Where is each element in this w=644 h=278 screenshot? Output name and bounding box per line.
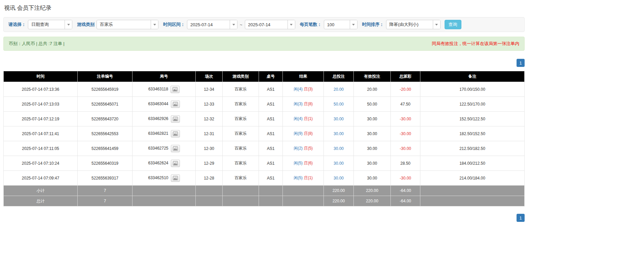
col-payout: 总派彩 — [391, 71, 420, 82]
chevron-down-icon[interactable] — [350, 20, 357, 29]
sort-value: 降幂(由大到小) — [386, 20, 433, 29]
page-title: 视讯 会员下注纪录 — [3, 3, 525, 17]
sort-label: 时间排序： — [362, 22, 384, 28]
sort-select[interactable]: 降幂(由大到小) — [386, 20, 441, 29]
cell-time: 2025-07-14 07:10:24 — [4, 156, 78, 171]
total-valid-bet: 220.00 — [354, 196, 391, 206]
total-bet-link[interactable]: 30.00 — [334, 131, 344, 136]
page-button-1[interactable]: 1 — [517, 214, 525, 222]
empty-cell — [196, 196, 223, 206]
cell-payout: -30.00 — [391, 112, 420, 126]
col-remark: 备注 — [420, 71, 525, 82]
total-bet-link[interactable]: 30.00 — [334, 117, 344, 121]
cell-payout: -30.00 — [391, 126, 420, 141]
page-button-1[interactable]: 1 — [517, 59, 525, 67]
result-player: 闲(5) — [294, 161, 303, 165]
total-total-bet: 220.00 — [324, 196, 354, 206]
total-bet-link[interactable]: 20.00 — [334, 87, 344, 92]
empty-cell — [283, 196, 324, 206]
cell-payout: 28.50 — [391, 156, 420, 171]
cell-time: 2025-07-14 07:11:05 — [4, 141, 78, 156]
cell-result: 闲(3) 庄(8) — [283, 97, 324, 112]
result-banker: 庄(1) — [304, 116, 313, 121]
cell-total-bet: 50.00 — [324, 97, 354, 112]
chevron-down-icon[interactable] — [151, 20, 158, 29]
cell-remark: 170.00/150.00 — [420, 82, 525, 97]
cell-table-no: AS1 — [259, 141, 283, 156]
cell-total-bet: 30.00 — [324, 171, 354, 186]
pagination-top: 1 — [3, 59, 525, 67]
bet-records-table: 时间 注单编号 局号 场次 游戏类别 桌号 结果 总投注 有效投注 总派彩 备注… — [3, 71, 525, 206]
total-bet-link[interactable]: 30.00 — [334, 146, 344, 151]
total-payout: -64.00 — [391, 196, 420, 206]
chevron-down-icon[interactable] — [288, 20, 295, 29]
col-time: 时间 — [4, 71, 78, 82]
cell-total-bet: 20.00 — [324, 82, 354, 97]
query-type-select[interactable]: 日期查询 — [28, 20, 72, 29]
chevron-down-icon[interactable] — [433, 20, 440, 29]
subtotal-row: 小计 7 220.00 220.00 -64.00 — [4, 186, 525, 196]
cell-game-type: 百家乐 — [223, 82, 259, 97]
cell-remark: 122.50/170.00 — [420, 97, 525, 112]
chevron-down-icon[interactable] — [230, 20, 237, 29]
cell-bet-id: 522655643720 — [78, 112, 132, 126]
cell-game-type: 百家乐 — [223, 141, 259, 156]
cell-valid-bet: 30.00 — [354, 112, 391, 126]
cell-result: 闲(5) 庄(1) — [283, 171, 324, 186]
total-bet-link[interactable]: 30.00 — [334, 161, 344, 166]
result-player: 闲(5) — [294, 175, 303, 180]
video-replay-icon[interactable] — [171, 145, 180, 152]
search-button[interactable]: 查询 — [445, 20, 461, 29]
round-number: 633463118 — [148, 87, 168, 91]
cell-bet-id: 522655645919 — [78, 82, 132, 97]
col-result: 结果 — [283, 71, 324, 82]
col-round: 局号 — [132, 71, 196, 82]
empty-cell — [132, 186, 196, 196]
cell-round: 633462821 — [132, 126, 196, 141]
cell-table-no: AS1 — [259, 97, 283, 112]
video-replay-icon[interactable] — [171, 130, 180, 137]
cell-table-no: AS1 — [259, 126, 283, 141]
date-from-input[interactable]: 2025-07-14 — [187, 20, 237, 29]
cell-table-no: AS1 — [259, 171, 283, 186]
total-bet-link[interactable]: 50.00 — [334, 102, 344, 107]
video-replay-icon[interactable] — [171, 174, 180, 182]
table-footer: 小计 7 220.00 220.00 -64.00 总计 7 — [4, 186, 525, 206]
cell-round: 633463118 — [132, 82, 196, 97]
result-banker: 庄(1) — [304, 175, 313, 180]
per-page-label: 每页笔数： — [300, 22, 322, 28]
date-range-separator: ~ — [240, 22, 242, 27]
result-banker: 庄(5) — [304, 146, 313, 151]
date-to-input[interactable]: 2025-07-14 — [245, 20, 295, 29]
cell-game-type: 百家乐 — [223, 126, 259, 141]
cell-table-no: AS1 — [259, 112, 283, 126]
chevron-down-icon[interactable] — [65, 20, 72, 29]
empty-cell — [283, 186, 324, 196]
video-replay-icon[interactable] — [171, 115, 180, 123]
cell-table-no: AS1 — [259, 156, 283, 171]
cell-total-bet: 30.00 — [324, 141, 354, 156]
video-replay-icon[interactable] — [171, 86, 180, 93]
total-row: 总计 7 220.00 220.00 -64.00 — [4, 196, 525, 206]
table-row: 2025-07-14 07:09:47522655639317633462510… — [4, 171, 525, 186]
game-type-select[interactable]: 百家乐 — [97, 20, 158, 29]
table-row: 2025-07-14 07:10:24522655640319633462624… — [4, 156, 525, 171]
per-page-select[interactable]: 100 — [324, 20, 357, 29]
result-player: 闲(2) — [294, 146, 303, 151]
video-replay-icon[interactable] — [171, 160, 180, 167]
cell-payout: 47.50 — [391, 97, 420, 112]
cell-game-type: 百家乐 — [223, 156, 259, 171]
cell-round: 633462510 — [132, 171, 196, 186]
cell-result: 闲(2) 庄(5) — [283, 141, 324, 156]
total-bet-link[interactable]: 30.00 — [334, 176, 344, 181]
round-number: 633462821 — [148, 131, 168, 136]
cell-game-type: 百家乐 — [223, 112, 259, 126]
summary-currency-total: 币别：人民币 | 总共 :7 注单 | — [9, 41, 65, 47]
game-type-value: 百家乐 — [97, 20, 151, 29]
cell-bet-id: 522655641459 — [78, 141, 132, 156]
cell-result: 闲(9) 庄(8) — [283, 126, 324, 141]
game-type-label: 游戏类别 — [77, 22, 94, 28]
video-replay-icon[interactable] — [171, 101, 180, 108]
cell-valid-bet: 30.00 — [354, 141, 391, 156]
cell-valid-bet: 50.00 — [354, 97, 391, 112]
